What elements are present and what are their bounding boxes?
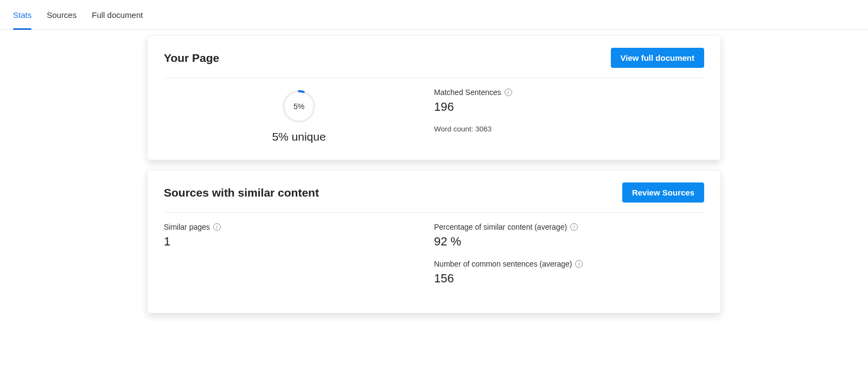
card-body-your-page: 5% 5% unique Matched Sentences i 196 Wor… (164, 88, 704, 143)
card-sources: Sources with similar content Review Sour… (147, 170, 721, 313)
matched-sentences-label: Matched Sentences i (434, 88, 704, 97)
view-full-document-button[interactable]: View full document (611, 48, 704, 68)
review-sources-button[interactable]: Review Sources (622, 182, 704, 203)
tab-sources[interactable]: Sources (47, 0, 76, 30)
similar-pages-value: 1 (164, 235, 434, 249)
card-body-sources: Similar pages i 1 Percentage of similar … (164, 223, 704, 296)
card-header-your-page: Your Page View full document (164, 48, 704, 78)
info-icon[interactable]: i (213, 223, 221, 231)
uniqueness-section: 5% 5% unique (164, 88, 434, 143)
uniqueness-donut-percent: 5% (282, 89, 316, 124)
common-sentences-label: Number of common sentences (average) i (434, 260, 704, 268)
similar-pages-label: Similar pages i (164, 223, 434, 231)
uniqueness-donut: 5% (282, 89, 316, 124)
similar-pages-block: Similar pages i 1 (164, 223, 434, 249)
common-sentences-value: 156 (434, 272, 704, 286)
matched-sentences-value: 196 (434, 100, 704, 114)
info-icon[interactable]: i (505, 89, 512, 96)
card-title-sources: Sources with similar content (164, 186, 319, 199)
card-your-page: Your Page View full document 5% 5% uniqu… (147, 35, 721, 160)
percentage-similar-block: Percentage of similar content (average) … (434, 223, 704, 249)
info-icon[interactable]: i (570, 223, 578, 231)
content-area: Your Page View full document 5% 5% uniqu… (0, 30, 868, 313)
tabs-bar: Stats Sources Full document (0, 0, 868, 30)
card-title-your-page: Your Page (164, 52, 219, 65)
tab-stats[interactable]: Stats (13, 0, 31, 30)
similar-pages-label-text: Similar pages (164, 223, 210, 231)
sources-right-column: Percentage of similar content (average) … (434, 223, 704, 296)
common-sentences-block: Number of common sentences (average) i 1… (434, 260, 704, 286)
info-icon[interactable]: i (575, 260, 583, 268)
matched-sentences-block: Matched Sentences i 196 (434, 88, 704, 114)
word-count-text: Word count: 3063 (434, 125, 704, 133)
common-sentences-label-text: Number of common sentences (average) (434, 260, 572, 268)
matched-sentences-label-text: Matched Sentences (434, 88, 501, 97)
percentage-similar-label: Percentage of similar content (average) … (434, 223, 704, 231)
percentage-similar-value: 92 % (434, 235, 704, 249)
your-page-right-column: Matched Sentences i 196 Word count: 3063 (434, 88, 704, 143)
uniqueness-text: 5% unique (272, 130, 326, 143)
tab-full-document[interactable]: Full document (92, 0, 143, 30)
card-header-sources: Sources with similar content Review Sour… (164, 182, 704, 213)
sources-left-column: Similar pages i 1 (164, 223, 434, 296)
percentage-similar-label-text: Percentage of similar content (average) (434, 223, 567, 231)
